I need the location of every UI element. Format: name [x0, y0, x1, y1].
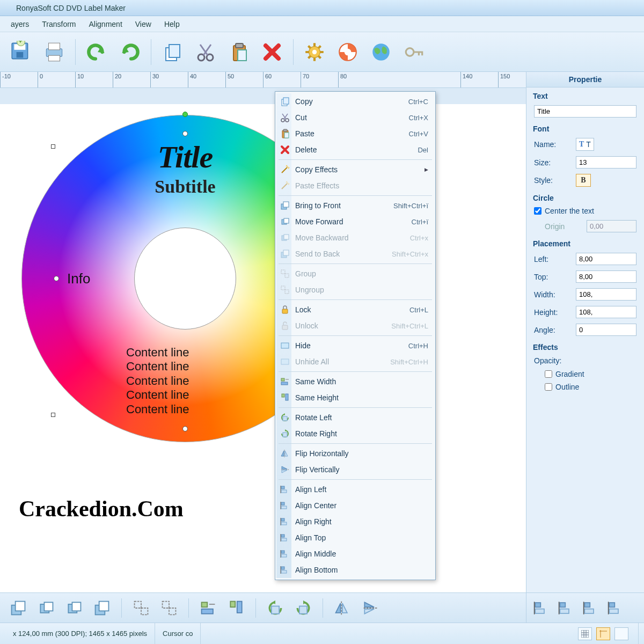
ctx-ungroup: Ungroup — [276, 282, 434, 298]
redo-button[interactable] — [114, 36, 145, 68]
font-section: Font — [526, 120, 644, 135]
ctx-move-forward[interactable]: Move ForwardCtrl+ï — [276, 214, 434, 230]
help-button[interactable] — [332, 36, 363, 68]
ctx-send-to-back: Send to BackShift+Ctrl+x — [276, 246, 434, 262]
align-top-button[interactable] — [605, 597, 626, 619]
ctx-align-bottom[interactable]: Align Bottom — [276, 562, 434, 578]
resize-handle-n[interactable] — [182, 131, 188, 136]
ctx-paste[interactable]: PasteCtrl+V — [276, 126, 434, 142]
bottom-toolbar — [0, 592, 526, 623]
move-backward-button[interactable] — [62, 597, 86, 619]
ctx-lock[interactable]: LockCtrl+L — [276, 302, 434, 318]
height-input[interactable] — [576, 306, 636, 318]
snap-toggle[interactable] — [614, 627, 628, 640]
width-input[interactable] — [576, 288, 636, 301]
ctx-copy[interactable]: CopyCtrl+C — [276, 93, 434, 109]
ctx-hide[interactable]: HideCtrl+H — [276, 338, 434, 354]
menu-alignment[interactable]: Alignment — [83, 18, 129, 31]
ctx-rotate-right[interactable]: Rotate Right — [276, 426, 434, 442]
align-left-button[interactable] — [531, 597, 552, 619]
font-name-label: Name: — [534, 140, 572, 149]
save-button[interactable] — [5, 36, 36, 68]
flip-v-button[interactable] — [358, 597, 382, 619]
align-right-button[interactable] — [580, 597, 602, 619]
delete-button[interactable] — [257, 36, 288, 68]
text-input[interactable] — [534, 105, 636, 118]
angle-input[interactable] — [576, 324, 636, 336]
separator — [293, 39, 294, 65]
guides-toggle[interactable] — [596, 627, 610, 640]
disc-content-lines[interactable]: Content lineContent lineContent lineCont… — [126, 346, 189, 416]
copy-button[interactable] — [157, 36, 188, 68]
outline-label: Outline — [555, 383, 579, 391]
ctx-copy-effects[interactable]: Copy Effects — [276, 162, 434, 178]
status-dims: x 124,00 mm (300 DPI); 1465 x 1465 pixel… — [5, 623, 155, 644]
canvas[interactable]: Title Subtitle Info Content lineContent … — [0, 104, 526, 641]
center-text-checkbox[interactable] — [534, 207, 541, 215]
ungroup-button[interactable] — [157, 597, 181, 619]
rotate-left-button[interactable] — [264, 597, 287, 619]
ctx-align-middle[interactable]: Align Middle — [276, 546, 434, 562]
disc-info[interactable]: Info — [67, 270, 90, 287]
resize-handle-s[interactable] — [182, 426, 188, 431]
gradient-label: Gradient — [555, 370, 584, 378]
watermark: Crackedion.Com — [19, 496, 184, 522]
circle-section: Circle — [526, 189, 644, 204]
ctx-rotate-left[interactable]: Rotate Left — [276, 409, 434, 426]
menu-view[interactable]: View — [129, 18, 158, 31]
ctx-cut[interactable]: CutCtrl+X — [276, 109, 434, 126]
ctx-group: Group — [276, 266, 434, 282]
ctx-align-center[interactable]: Align Center — [276, 497, 434, 514]
font-style-label: Style: — [534, 176, 572, 185]
gradient-checkbox[interactable] — [545, 370, 552, 378]
ctx-paste-effects: Paste Effects — [276, 178, 434, 194]
ctx-unlock: UnlockShift+Ctrl+L — [276, 318, 434, 334]
outline-checkbox[interactable] — [545, 383, 552, 391]
flip-h-button[interactable] — [331, 597, 354, 619]
undo-button[interactable] — [81, 36, 112, 68]
resize-handle-w[interactable] — [54, 276, 59, 281]
corner-handle-nw[interactable] — [51, 144, 55, 149]
group-button[interactable] — [129, 597, 153, 619]
align-toolbar — [526, 592, 644, 623]
ctx-align-left[interactable]: Align Left — [276, 481, 434, 497]
ctx-delete[interactable]: DeleteDel — [276, 142, 434, 158]
toolbar — [0, 32, 644, 72]
move-forward-button[interactable] — [34, 597, 58, 619]
menubar: ayers Transform Alignment View Help — [0, 16, 644, 32]
grid-toggle[interactable] — [578, 627, 592, 640]
register-button[interactable] — [399, 36, 430, 68]
menu-help[interactable]: Help — [158, 18, 186, 31]
align-center-button[interactable] — [555, 597, 577, 619]
top-input[interactable] — [576, 270, 636, 283]
ctx-bring-to-front[interactable]: Bring to FrontShift+Ctrl+ï — [276, 197, 434, 214]
ctx-same-width[interactable]: Same Width — [276, 374, 434, 390]
settings-button[interactable] — [299, 36, 330, 68]
bring-front-button[interactable] — [6, 597, 30, 619]
separator — [75, 39, 76, 65]
left-label: Left: — [534, 255, 572, 264]
left-input[interactable] — [576, 253, 636, 265]
ctx-flip-horizontally[interactable]: Flip Horizontally — [276, 445, 434, 462]
ctx-unhide-all: Unhide AllShift+Ctrl+H — [276, 354, 434, 370]
ctx-same-height[interactable]: Same Height — [276, 390, 434, 406]
ctx-align-right[interactable]: Align Right — [276, 514, 434, 530]
font-picker[interactable]: TT — [576, 138, 594, 151]
send-back-button[interactable] — [90, 597, 114, 619]
rotate-handle[interactable] — [182, 112, 188, 117]
ctx-align-top[interactable]: Align Top — [276, 530, 434, 546]
corner-handle-sw[interactable] — [51, 413, 55, 417]
menu-layers[interactable]: ayers — [4, 18, 35, 31]
status-cursor: Cursor co — [155, 623, 201, 644]
ctx-flip-vertically[interactable]: Flip Vertically — [276, 462, 434, 478]
bold-button[interactable]: B — [576, 174, 591, 187]
cut-button[interactable] — [190, 36, 221, 68]
web-button[interactable] — [365, 36, 397, 68]
print-button[interactable] — [39, 36, 70, 68]
font-size-input[interactable] — [576, 156, 636, 169]
paste-button[interactable] — [223, 36, 254, 68]
same-width-button[interactable] — [196, 597, 220, 619]
rotate-right-button[interactable] — [291, 597, 315, 619]
same-height-button[interactable] — [224, 597, 248, 619]
menu-transform[interactable]: Transform — [35, 18, 82, 31]
